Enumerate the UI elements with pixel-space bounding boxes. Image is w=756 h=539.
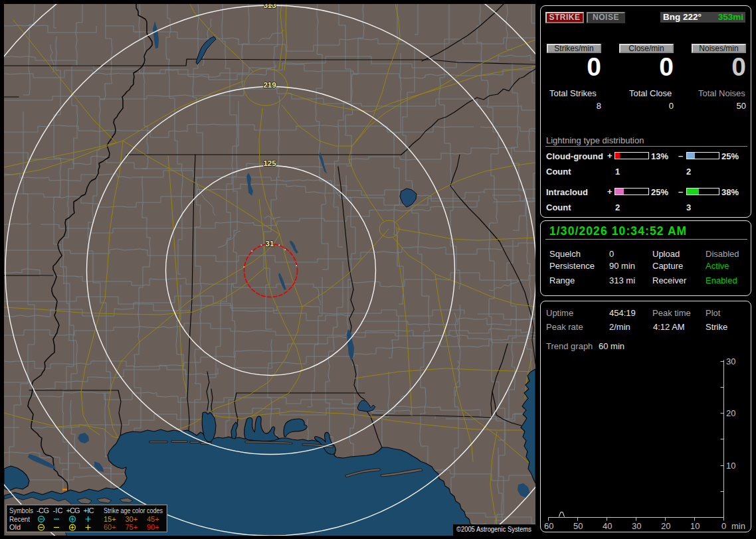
svg-text:-CG: -CG	[37, 506, 49, 514]
svg-text:Recent: Recent	[9, 515, 30, 523]
svg-text:10: 10	[726, 461, 735, 471]
svg-text:10: 10	[690, 521, 700, 531]
svg-text:60: 60	[544, 521, 553, 531]
svg-text:219: 219	[263, 81, 276, 89]
svg-text:60+: 60+	[104, 523, 116, 531]
svg-text:75+: 75+	[126, 523, 138, 531]
svg-text:20: 20	[661, 521, 670, 531]
svg-text:30: 30	[726, 356, 735, 366]
svg-text:0: 0	[721, 521, 726, 531]
svg-text:40: 40	[603, 521, 612, 531]
svg-text:Old: Old	[9, 523, 21, 531]
svg-text:313: 313	[263, 4, 276, 9]
svg-text:Symbols: Symbols	[9, 506, 33, 514]
svg-text:31: 31	[266, 240, 274, 248]
svg-text:©2005 Astrogenic Systems: ©2005 Astrogenic Systems	[456, 525, 531, 533]
svg-text:min: min	[731, 521, 745, 531]
svg-text:+IC: +IC	[84, 506, 94, 514]
svg-text:30: 30	[632, 521, 641, 531]
svg-text:-IC: -IC	[53, 506, 63, 514]
svg-text:15+: 15+	[104, 515, 116, 523]
svg-text:+CG: +CG	[66, 506, 80, 514]
svg-text:125: 125	[263, 159, 276, 167]
svg-text:30+: 30+	[126, 515, 138, 523]
svg-text:90+: 90+	[147, 523, 159, 531]
svg-text:50: 50	[573, 521, 583, 531]
svg-text:20: 20	[726, 408, 735, 418]
svg-text:Strike age color codes: Strike age color codes	[104, 506, 163, 514]
svg-text:45+: 45+	[147, 515, 159, 523]
